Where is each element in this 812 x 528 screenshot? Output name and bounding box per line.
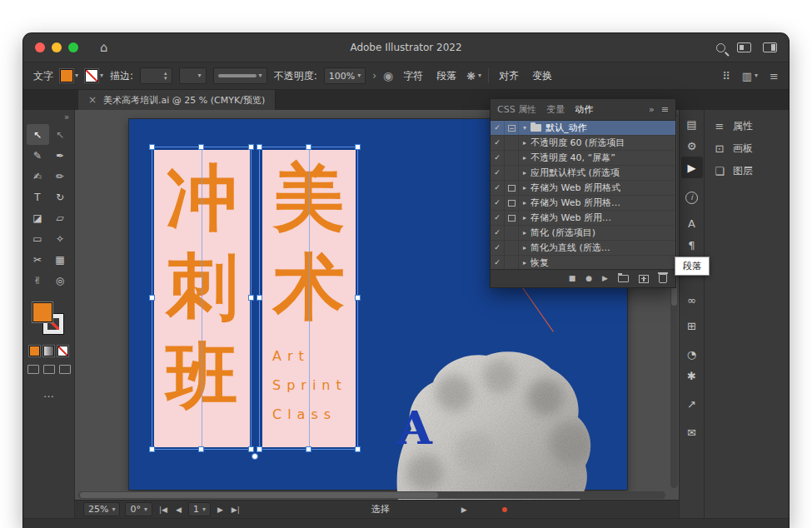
- draw-normal-icon[interactable]: [27, 365, 39, 374]
- toggle-item-icon[interactable]: ✓: [491, 255, 505, 269]
- collapse-panel-icon[interactable]: »: [649, 104, 655, 115]
- chevron-right-icon[interactable]: ▸: [519, 259, 531, 266]
- chevron-right-icon[interactable]: ▸: [519, 229, 531, 237]
- selection-handle[interactable]: [248, 144, 254, 150]
- chevron-down-icon[interactable]: ▾: [75, 72, 78, 79]
- action-row[interactable]: ✓ ▸ 恢复: [491, 256, 675, 269]
- width-profile-dropdown[interactable]: ▾: [213, 67, 267, 84]
- history-icon[interactable]: ◔: [681, 343, 703, 365]
- color-button[interactable]: [29, 346, 40, 356]
- previous-artboard-button[interactable]: ◀: [174, 506, 183, 514]
- artboards-panel-tab[interactable]: ⊡ 画板: [705, 137, 789, 160]
- chevron-right-icon[interactable]: ▸: [519, 244, 531, 252]
- last-artboard-button[interactable]: ▶|: [230, 506, 242, 514]
- new-action-icon[interactable]: [639, 275, 649, 283]
- chevron-right-icon[interactable]: ▸: [519, 169, 531, 177]
- properties-panel-tab[interactable]: ≡ 属性: [705, 115, 789, 137]
- rectangle-tool[interactable]: ▭: [27, 228, 49, 249]
- toggle-item-icon[interactable]: ✓: [491, 135, 505, 150]
- chevron-right-icon[interactable]: ▸: [519, 214, 531, 222]
- minimize-window-button[interactable]: [52, 42, 62, 52]
- rotate-tool[interactable]: ↻: [49, 187, 72, 207]
- play-action-icon[interactable]: ▶: [602, 275, 608, 282]
- begin-record-icon[interactable]: ●: [585, 275, 592, 282]
- asset-export-icon[interactable]: ▤: [681, 113, 703, 135]
- selection-handle[interactable]: [257, 446, 262, 452]
- zoom-tool[interactable]: ◎: [49, 270, 72, 291]
- transform-panel-button[interactable]: 变换: [529, 67, 555, 85]
- toggle-item-icon[interactable]: ✓: [491, 225, 505, 240]
- chevron-down-icon[interactable]: ▾: [478, 72, 481, 79]
- pen-tool[interactable]: ✒: [49, 145, 72, 166]
- selection-handle[interactable]: [306, 446, 311, 452]
- selection-handle[interactable]: [257, 295, 262, 301]
- close-window-button[interactable]: [35, 42, 45, 52]
- selection-handle[interactable]: [355, 446, 361, 452]
- dialog-toggle[interactable]: [505, 255, 519, 269]
- opacity-panel-link-icon[interactable]: ›: [372, 70, 376, 82]
- stroke-color-swatch[interactable]: [85, 69, 98, 82]
- action-row[interactable]: ✓ ▸ 不透明度 40, “屏幕”: [491, 151, 675, 166]
- selection-handle[interactable]: [355, 144, 361, 150]
- eraser-tool[interactable]: ◪: [27, 207, 49, 228]
- selection-center-handle[interactable]: [252, 453, 258, 460]
- new-set-icon[interactable]: [618, 275, 629, 282]
- close-document-icon[interactable]: ×: [88, 94, 97, 106]
- dialog-toggle[interactable]: [505, 195, 519, 210]
- artboards-icon[interactable]: ⊞: [681, 315, 703, 336]
- chevron-down-icon[interactable]: ▾: [755, 72, 758, 79]
- export-icon[interactable]: ↗: [681, 393, 703, 415]
- stroke-weight-dropdown[interactable]: ▾: [179, 67, 207, 84]
- panel-menu-icon[interactable]: ≡: [770, 70, 779, 82]
- paragraph-icon[interactable]: ¶: [681, 234, 703, 256]
- draw-inside-icon[interactable]: [59, 365, 71, 374]
- selection-handle[interactable]: [355, 295, 361, 301]
- chevron-down-icon[interactable]: ▾: [100, 72, 103, 79]
- dialog-toggle[interactable]: [505, 240, 519, 255]
- character-panel-button[interactable]: 字符: [400, 67, 426, 85]
- selection-handle[interactable]: [198, 446, 204, 452]
- automation-icon[interactable]: ⚙: [681, 135, 703, 157]
- chevron-right-icon[interactable]: ▸: [519, 139, 531, 147]
- selection-handle[interactable]: [257, 144, 262, 150]
- action-row[interactable]: ✓ ▸ 不透明度 60 (所选项目: [491, 136, 675, 151]
- selection-handle[interactable]: [248, 295, 254, 301]
- zoom-window-button[interactable]: [68, 42, 78, 52]
- artboard-number-dropdown[interactable]: 1 ▾: [188, 502, 211, 516]
- search-icon[interactable]: [716, 43, 725, 52]
- tab-actions[interactable]: 动作: [575, 103, 593, 116]
- selection-handle[interactable]: [306, 144, 311, 150]
- dialog-toggle[interactable]: [505, 121, 519, 136]
- document-tab[interactable]: × 美术高考培训.ai @ 25 % (CMYK/预览): [78, 90, 276, 110]
- status-play-icon[interactable]: ▶: [461, 506, 467, 514]
- hand-tool[interactable]: ✌: [27, 270, 49, 291]
- direct-selection-tool[interactable]: ↖: [49, 124, 72, 145]
- comments-icon[interactable]: ✉: [681, 421, 703, 443]
- scale-tool[interactable]: ▱: [49, 207, 72, 228]
- selection-handle[interactable]: [248, 446, 254, 452]
- dialog-toggle[interactable]: [505, 210, 519, 225]
- selection-handle[interactable]: [149, 295, 155, 301]
- layers-panel-tab[interactable]: ❏ 图层: [705, 160, 789, 182]
- dock-options-icon[interactable]: ▥: [742, 70, 752, 82]
- none-button[interactable]: [57, 346, 68, 356]
- graphic-style-icon[interactable]: ◉: [383, 69, 393, 82]
- next-artboard-button[interactable]: ▶: [216, 506, 225, 514]
- actions-icon[interactable]: ▶: [681, 157, 703, 178]
- curvature-tool[interactable]: ✎: [27, 145, 49, 166]
- selection-handle[interactable]: [149, 446, 155, 452]
- tab-variables[interactable]: 变量: [546, 103, 565, 116]
- paragraph-panel-button[interactable]: 段落: [433, 67, 460, 85]
- action-set-row[interactable]: ✓ ▾ 默认_动作: [491, 121, 675, 136]
- eyedropper-tool[interactable]: ✧: [49, 228, 72, 249]
- toggle-item-icon[interactable]: ✓: [491, 180, 505, 195]
- rotation-dropdown[interactable]: 0° ▾: [125, 502, 152, 516]
- workspace-icon[interactable]: [737, 42, 751, 52]
- first-artboard-button[interactable]: |◀: [157, 506, 169, 514]
- chevron-right-icon[interactable]: ▸: [519, 184, 531, 192]
- gradient-tool[interactable]: ▦: [49, 249, 72, 270]
- home-icon[interactable]: ⌂: [100, 40, 108, 55]
- fill-swatch[interactable]: [32, 302, 52, 322]
- delete-icon[interactable]: [659, 274, 667, 283]
- settings-icon[interactable]: ✱: [681, 365, 703, 386]
